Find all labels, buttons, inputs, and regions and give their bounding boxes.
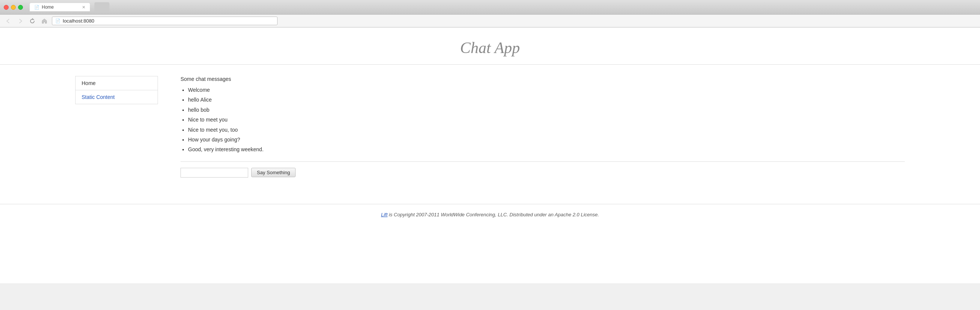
- list-item: Good, very interesting weekend.: [188, 145, 905, 154]
- sidebar: Home Static Content: [75, 76, 158, 104]
- footer-lift-link[interactable]: Lift: [381, 212, 387, 218]
- close-button[interactable]: [4, 5, 9, 10]
- page-content: Chat App Home Static Content Some chat m…: [0, 27, 980, 283]
- chat-heading: Some chat messages: [180, 76, 905, 82]
- browser-navbar: 📄: [0, 14, 980, 27]
- chat-input-row: Say Something: [180, 161, 905, 178]
- list-item: hello Alice: [188, 95, 905, 104]
- maximize-button[interactable]: [18, 5, 23, 10]
- reload-button[interactable]: [28, 17, 37, 25]
- page-main: Home Static Content Some chat messages W…: [0, 65, 980, 189]
- browser-chrome: 📄 Home ✕ 📄: [0, 0, 980, 27]
- footer-text: is Copyright 2007-2011 WorldWide Confere…: [388, 212, 599, 218]
- home-button[interactable]: [40, 17, 49, 25]
- minimize-button[interactable]: [11, 5, 16, 10]
- tab-page-icon: 📄: [34, 5, 40, 10]
- sidebar-item-home[interactable]: Home: [76, 76, 158, 90]
- back-button[interactable]: [4, 17, 13, 25]
- list-item: hello bob: [188, 106, 905, 114]
- address-security-icon: 📄: [55, 18, 60, 23]
- new-tab-placeholder[interactable]: [94, 2, 110, 12]
- page-title: Chat App: [0, 39, 980, 57]
- traffic-lights: [4, 5, 23, 10]
- forward-button[interactable]: [16, 17, 25, 25]
- tab-close-button[interactable]: ✕: [82, 5, 85, 10]
- chat-input[interactable]: [180, 168, 248, 178]
- browser-titlebar: 📄 Home ✕: [0, 0, 980, 14]
- page-footer: Lift is Copyright 2007-2011 WorldWide Co…: [0, 204, 980, 225]
- chat-area: Some chat messages Welcome hello Alice h…: [180, 76, 905, 178]
- list-item: Welcome: [188, 86, 905, 94]
- list-item: Nice to meet you: [188, 116, 905, 124]
- list-item: Nice to meet you, too: [188, 126, 905, 134]
- say-something-button[interactable]: Say Something: [251, 168, 296, 177]
- sidebar-item-static-content[interactable]: Static Content: [76, 90, 158, 104]
- chat-messages: Welcome hello Alice hello bob Nice to me…: [180, 86, 905, 154]
- browser-tab[interactable]: 📄 Home ✕: [30, 3, 90, 11]
- tab-title: Home: [42, 5, 54, 10]
- list-item: How your days going?: [188, 135, 905, 144]
- page-header: Chat App: [0, 27, 980, 65]
- address-bar-wrapper[interactable]: 📄: [52, 17, 278, 25]
- address-input[interactable]: [63, 18, 274, 24]
